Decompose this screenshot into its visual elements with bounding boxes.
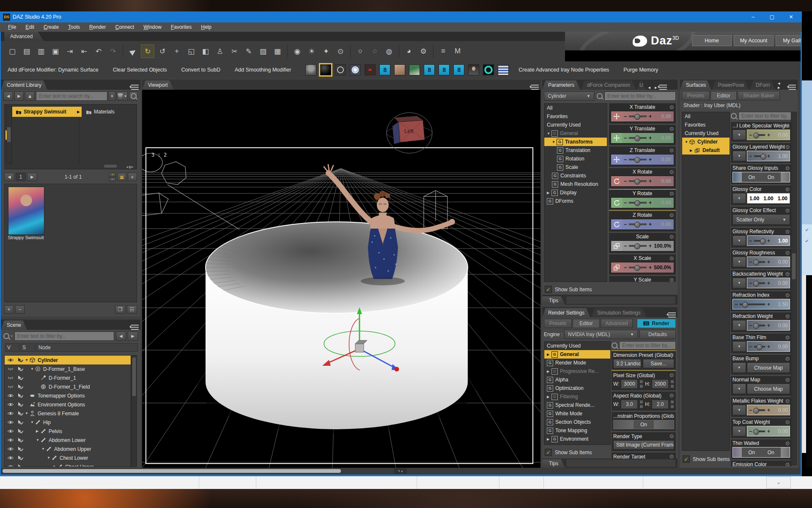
property-control[interactable]: ▼−+1.00 xyxy=(732,151,790,161)
slider-strip[interactable]: −+1.00 xyxy=(747,151,790,161)
eye-open-icon[interactable] xyxy=(5,402,16,407)
expander-icon[interactable]: ▼ xyxy=(47,456,52,460)
dimension-preset-dropdown[interactable]: 3:2 Landsca▼ xyxy=(613,359,641,368)
selectable-cursor-icon[interactable] xyxy=(16,411,25,416)
scale-tool-icon[interactable]: ◱ xyxy=(185,45,198,58)
thumb-size-stepper[interactable]: + − xyxy=(109,173,116,182)
genesis8-thumb[interactable]: 8 xyxy=(379,64,390,75)
scene-filter-input[interactable] xyxy=(14,331,114,341)
surface-backscattering-weight[interactable]: Backscattering Weight⚙▼−+0.00 xyxy=(731,270,792,290)
selectable-cursor-icon[interactable] xyxy=(16,366,25,372)
eye-open-icon[interactable] xyxy=(5,358,16,362)
property-value[interactable]: 0.00 xyxy=(770,323,788,329)
slider-x-rotate[interactable]: X Rotate⚙−+0.00 xyxy=(609,168,676,188)
menu-edit[interactable]: Edit xyxy=(21,24,39,30)
new-distant-light-icon[interactable]: ☀ xyxy=(305,45,318,58)
library-folder-strappy-swimsuit[interactable]: S Strappy Swimsuit ▶ xyxy=(12,107,82,117)
tips-tab[interactable]: Tips xyxy=(542,296,565,305)
property-control[interactable]: ▼−+0.00 xyxy=(732,426,790,436)
surfaces-tab[interactable]: Surfaces xyxy=(680,80,711,90)
parameters-group-all[interactable]: All xyxy=(544,104,607,112)
scene-tab[interactable]: Scene xyxy=(1,320,27,330)
node-aim-icon[interactable]: ◍ xyxy=(383,45,395,58)
parameters-group-general[interactable]: ▼GGeneral xyxy=(544,129,607,138)
eye-open-icon[interactable] xyxy=(5,447,16,451)
genesis8-thumb[interactable]: 8 xyxy=(453,64,464,75)
selectable-cursor-icon[interactable] xyxy=(16,393,25,398)
viewport-tab[interactable]: Viewport xyxy=(142,80,173,90)
parameters-group-favorites[interactable]: Favorites xyxy=(544,112,607,121)
surface-share-glossy-inputs[interactable]: Share Glossy Inputs⚙OnOn xyxy=(731,164,792,184)
expander-icon[interactable]: ▶ xyxy=(547,437,551,441)
figure-tool-icon[interactable]: ♙ xyxy=(214,45,226,58)
pane-menu-icon[interactable] xyxy=(131,324,139,330)
editor-subtab[interactable]: Editor xyxy=(573,319,600,328)
shaded-sphere-icon[interactable] xyxy=(320,64,331,75)
gear-icon[interactable]: ⚙ xyxy=(669,255,674,262)
render-settings-icon[interactable]: ⚙ xyxy=(417,45,430,58)
gear-icon[interactable]: ⚙ xyxy=(785,207,790,214)
render-group-progressive-re-[interactable]: ▶GProgressive Re... xyxy=(544,367,610,375)
surface-glossy-color[interactable]: Glossy Color⚙▼1.001.001.00 xyxy=(731,185,792,205)
expander-icon[interactable]: ▼ xyxy=(36,438,41,442)
parameters-group-translation[interactable]: GTranslation xyxy=(544,146,607,155)
surface-glossy-roughness[interactable]: Glossy Roughness⚙▼−+0.00 xyxy=(731,249,792,269)
gear-icon[interactable]: ⚙ xyxy=(785,377,790,383)
parameters-group-transforms[interactable]: ▼GTransforms xyxy=(544,138,607,146)
slider-y-scale[interactable]: Y Scale⚙−+115.0% xyxy=(609,276,676,282)
undo-icon[interactable]: ↶ xyxy=(92,45,105,58)
menu-favorites[interactable]: Favorites xyxy=(166,24,196,30)
property-control[interactable]: ▼−+1.00 xyxy=(732,235,790,246)
property-control[interactable]: ▼−+0.00 xyxy=(732,278,790,288)
gear-icon[interactable]: ⚙ xyxy=(669,372,674,378)
minimize-button[interactable]: – xyxy=(743,11,763,22)
parameters-group-display[interactable]: ▶GDisplay xyxy=(544,188,607,197)
property-value[interactable]: 0.00 xyxy=(770,407,788,413)
gear-icon[interactable]: ⚙ xyxy=(785,144,790,150)
pane-menu-icon[interactable] xyxy=(668,312,676,318)
text-pack-thumb[interactable] xyxy=(498,64,509,75)
close-button[interactable]: ✕ xyxy=(782,11,801,22)
slider-strip[interactable]: −+1.50 xyxy=(732,299,790,309)
expander-icon[interactable]: ▼ xyxy=(25,358,30,362)
pane-collapse-handle[interactable]: ▼▲ xyxy=(394,468,407,474)
dform-tab[interactable]: DForn xyxy=(750,80,775,90)
scene-node-d-former-1-field[interactable]: D-Former_1_Field xyxy=(5,382,131,391)
property-value[interactable]: 0.00 xyxy=(770,259,788,265)
view-navigation-cube[interactable]: Left xyxy=(387,113,432,153)
render-filter-input[interactable] xyxy=(619,341,676,350)
search-button[interactable] xyxy=(129,91,138,101)
parameters-group-rotation[interactable]: GRotation xyxy=(544,155,607,163)
slider-strip[interactable]: −+0.00 xyxy=(747,278,790,288)
column-header-node[interactable]: Node xyxy=(36,343,138,352)
orbit-tool-icon[interactable]: ↺ xyxy=(156,45,169,58)
gear-icon[interactable]: ⚙ xyxy=(669,190,674,197)
render-group-alpha[interactable]: GAlpha xyxy=(544,375,610,384)
expander-icon[interactable]: ▼ xyxy=(25,411,30,415)
surfaces-group-favorites[interactable]: Favorites xyxy=(682,121,730,129)
maximize-button[interactable]: ▢ xyxy=(763,11,782,22)
filter-forward-button[interactable]: ► xyxy=(128,331,138,341)
scene-node-pelvis[interactable]: ▶Pelvis xyxy=(5,427,131,436)
open-recent-icon[interactable]: ▥ xyxy=(35,45,47,58)
surface-emission-color[interactable]: Emission Color⚙▼0.000.000.00 xyxy=(731,461,792,466)
scene-node-abdomen-upper[interactable]: ▼Abdomen Upper xyxy=(5,444,131,453)
slider-track[interactable]: −+0.00 xyxy=(622,178,674,184)
menu-window[interactable]: Window xyxy=(139,24,166,30)
gear-icon[interactable]: ⚙ xyxy=(785,250,790,256)
surface-thin-walled[interactable]: Thin Walled⚙OnOn xyxy=(731,439,792,459)
next-page-button[interactable]: ► xyxy=(27,173,37,181)
gear-icon[interactable]: ⚙ xyxy=(669,147,674,154)
pane-menu-icon[interactable] xyxy=(531,84,539,90)
eye-open-icon[interactable] xyxy=(5,393,16,398)
selectable-cursor-icon[interactable] xyxy=(16,464,25,467)
gear-icon[interactable]: ⚙ xyxy=(785,292,790,298)
add-dforce-modifier-button[interactable]: Add dForce Modifier: Dynamic Surface xyxy=(8,67,99,73)
pixel-height-stepper[interactable] xyxy=(670,380,674,388)
slider-value[interactable]: 500.0% xyxy=(652,265,672,271)
library-scrollbar[interactable] xyxy=(6,106,12,164)
property-value[interactable]: 1.00 xyxy=(770,238,788,244)
ring-thumb[interactable] xyxy=(350,64,361,75)
gear-icon[interactable]: ⚙ xyxy=(669,433,674,439)
surfaces-group-all[interactable]: All xyxy=(682,112,730,121)
